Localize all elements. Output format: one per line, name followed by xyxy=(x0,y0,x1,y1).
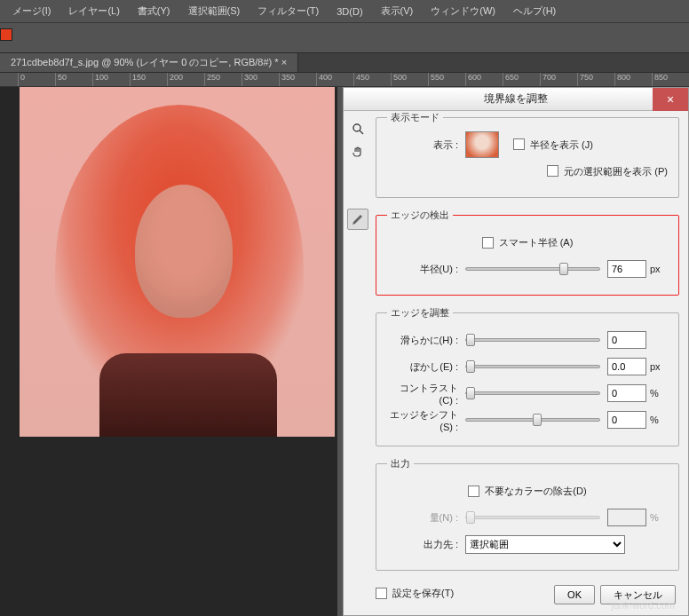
decontaminate-checkbox[interactable] xyxy=(468,486,479,497)
adjust-edge-group: エッジを調整 滑らかに(H) :ぼかし(E) :pxコントラスト(C) :%エッ… xyxy=(376,306,679,446)
ruler-tick: 550 xyxy=(428,73,444,87)
ruler-tick: 50 xyxy=(55,73,67,87)
menu-3d[interactable]: 3D(D) xyxy=(328,6,371,17)
dialog-titlebar[interactable]: 境界線を調整 × xyxy=(344,88,688,111)
edge-detection-legend: エッジの検出 xyxy=(387,209,453,222)
menu-layer[interactable]: レイヤー(L) xyxy=(59,4,128,18)
dialog-title-text: 境界線を調整 xyxy=(484,91,548,107)
ruler-tick: 800 xyxy=(614,73,630,87)
refine-brush-tool-icon[interactable] xyxy=(347,209,368,230)
output-group: 出力 不要なカラーの除去(D) 量(N) : % 出力先 : 選択範囲 xyxy=(376,457,679,571)
ruler-tick: 400 xyxy=(316,73,332,87)
adjust-slider[interactable] xyxy=(465,365,600,368)
view-mode-group: 表示モード 表示 : 半径を表示 (J) 元の選択範囲を表示 (P) xyxy=(376,111,679,198)
remember-settings-checkbox[interactable] xyxy=(376,588,387,599)
menu-bar: メージ(I) レイヤー(L) 書式(Y) 選択範囲(S) フィルター(T) 3D… xyxy=(0,0,689,23)
refine-edge-dialog: 境界線を調整 × 表示モード 表示 : 半径を表示 (J) 元の選択範囲を表示 … xyxy=(343,87,689,616)
close-button[interactable]: × xyxy=(653,88,688,111)
smart-radius-label: スマート半径 (A) xyxy=(499,236,574,249)
adjust-slider[interactable] xyxy=(465,391,600,395)
selection-overlay xyxy=(20,87,335,437)
adjust-unit: % xyxy=(646,415,668,425)
amount-input xyxy=(607,509,646,526)
ruler-tick: 600 xyxy=(465,73,481,87)
hand-tool-icon[interactable] xyxy=(347,141,368,162)
adjust-slider[interactable] xyxy=(465,418,600,422)
options-bar xyxy=(0,23,689,53)
menu-window[interactable]: ウィンドウ(W) xyxy=(422,4,504,18)
image-portrait xyxy=(20,87,335,437)
zoom-tool-icon[interactable] xyxy=(347,118,368,139)
watermark: junk-word.com xyxy=(611,600,675,611)
adjust-edge-legend: エッジを調整 xyxy=(387,306,453,320)
adjust-row: エッジをシフト (S) :% xyxy=(387,408,668,431)
canvas[interactable] xyxy=(0,87,337,616)
smart-radius-checkbox[interactable] xyxy=(482,237,494,249)
document-tab-strip: 271cdbeb8d7f_s.jpg @ 90% (レイヤー 0 のコピー, R… xyxy=(0,53,689,73)
menu-image[interactable]: メージ(I) xyxy=(4,4,59,18)
adjust-row: コントラスト(C) :% xyxy=(387,382,668,405)
menu-type[interactable]: 書式(Y) xyxy=(129,4,179,18)
radius-slider[interactable] xyxy=(465,267,600,271)
adjust-label: ぼかし(E) : xyxy=(387,360,465,374)
output-to-select[interactable]: 選択範囲 xyxy=(465,535,625,554)
ruler-tick: 250 xyxy=(204,73,220,87)
ruler-tick: 200 xyxy=(167,73,183,87)
foreground-color-swatch[interactable] xyxy=(0,28,12,41)
show-original-label: 元の選択範囲を表示 (P) xyxy=(564,166,668,177)
menu-help[interactable]: ヘルプ(H) xyxy=(504,4,565,18)
remember-settings-label: 設定を保存(T) xyxy=(392,587,454,600)
ruler-tick: 300 xyxy=(242,73,257,87)
view-thumbnail[interactable] xyxy=(465,131,499,158)
adjust-input[interactable] xyxy=(607,384,646,402)
view-label: 表示 : xyxy=(387,138,465,152)
edge-detection-group: エッジの検出 スマート半径 (A) 半径(U) : px xyxy=(376,209,679,296)
menu-filter[interactable]: フィルター(T) xyxy=(249,4,328,18)
amount-slider xyxy=(465,516,600,519)
show-original-checkbox[interactable] xyxy=(547,165,558,177)
adjust-label: コントラスト(C) : xyxy=(387,382,465,406)
dialog-tool-column xyxy=(347,118,372,232)
ruler-tick: 100 xyxy=(92,73,108,87)
adjust-unit: % xyxy=(646,388,668,399)
adjust-row: 滑らかに(H) : xyxy=(387,328,668,351)
adjust-unit: px xyxy=(646,361,668,372)
ruler-tick: 450 xyxy=(353,73,369,87)
adjust-row: ぼかし(E) :px xyxy=(387,355,668,378)
ruler-horizontal: 0501001502002503003504004505005506006507… xyxy=(0,73,689,87)
show-radius-checkbox[interactable] xyxy=(513,138,525,150)
amount-label: 量(N) : xyxy=(387,511,465,525)
ruler-tick: 500 xyxy=(391,73,407,87)
radius-input[interactable] xyxy=(607,260,646,278)
ruler-tick: 700 xyxy=(540,73,556,87)
radius-label: 半径(U) : xyxy=(387,263,465,276)
adjust-input[interactable] xyxy=(607,331,646,349)
menu-select[interactable]: 選択範囲(S) xyxy=(179,4,249,18)
ruler-tick: 750 xyxy=(577,73,593,87)
ruler-tick: 850 xyxy=(652,73,668,87)
document-tab[interactable]: 271cdbeb8d7f_s.jpg @ 90% (レイヤー 0 のコピー, R… xyxy=(0,53,298,72)
adjust-input[interactable] xyxy=(607,358,646,375)
adjust-label: 滑らかに(H) : xyxy=(387,334,465,347)
adjust-slider[interactable] xyxy=(465,338,600,342)
show-radius-label: 半径を表示 (J) xyxy=(530,139,593,150)
amount-unit: % xyxy=(646,512,668,523)
decontaminate-label: 不要なカラーの除去(D) xyxy=(485,485,586,498)
output-to-label: 出力先 : xyxy=(387,538,465,551)
ok-button[interactable]: OK xyxy=(554,585,595,604)
svg-line-1 xyxy=(360,130,363,134)
adjust-input[interactable] xyxy=(607,411,646,429)
ruler-tick: 350 xyxy=(279,73,295,87)
svg-point-0 xyxy=(353,124,360,131)
view-mode-legend: 表示モード xyxy=(387,111,443,124)
ruler-tick: 650 xyxy=(503,73,519,87)
radius-unit: px xyxy=(646,264,668,274)
ruler-tick: 0 xyxy=(18,73,25,87)
adjust-label: エッジをシフト (S) : xyxy=(387,408,465,432)
ruler-tick: 150 xyxy=(130,73,146,87)
menu-view[interactable]: 表示(V) xyxy=(372,4,423,18)
output-legend: 出力 xyxy=(387,457,414,470)
